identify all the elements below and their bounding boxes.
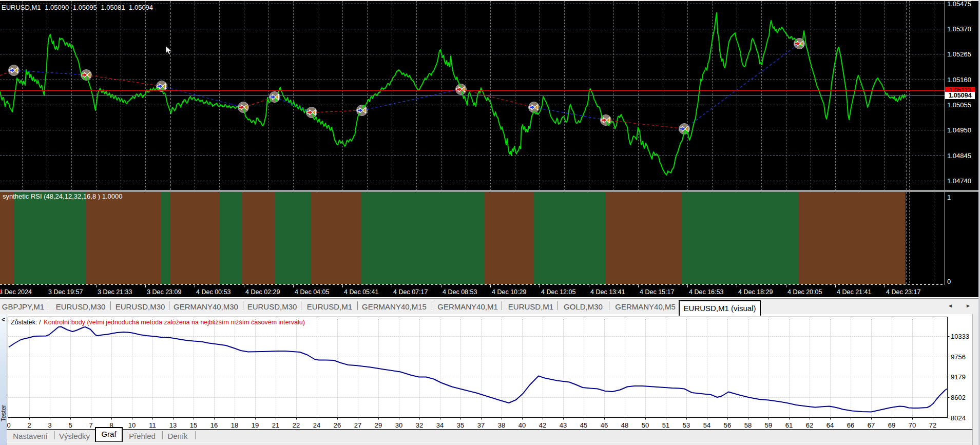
- time-axis-label: 4 Dec 15:17: [640, 288, 674, 296]
- chart-tab[interactable]: GERMANY40,M15: [362, 302, 427, 311]
- time-axis-label: 3 Dec 19:57: [48, 288, 83, 296]
- window-top-edge: [0, 0, 980, 1]
- tester-tab[interactable]: Výsledky: [59, 432, 90, 440]
- time-axis-label: 4 Dec 12:05: [541, 288, 575, 296]
- trade-axis-label: 5: [68, 421, 72, 429]
- trade-axis-label: 46: [601, 421, 608, 429]
- chart-tab[interactable]: EURUSD,M1: [307, 302, 352, 311]
- tab-scroll-right-icon[interactable]: ►: [966, 303, 971, 308]
- time-axis-tick: [786, 285, 786, 287]
- chart-tab-separator: [609, 301, 609, 310]
- trade-axis-label: 3: [48, 421, 51, 429]
- trade-axis-label: 38: [498, 421, 505, 429]
- chart-tab[interactable]: EURUSD,M30: [116, 302, 165, 311]
- trade-axis-label: 70: [909, 421, 916, 429]
- trade-axis-label: 51: [662, 421, 669, 429]
- chart-tab[interactable]: GERMANY40,M1: [437, 302, 498, 311]
- price-chart-canvas[interactable]: [0, 0, 980, 298]
- tester-tab-separator: [54, 431, 55, 439]
- balance-axis-label: 10333: [951, 333, 969, 340]
- pane-separator-bottom[interactable]: [0, 191, 980, 192]
- trade-axis-label: 64: [827, 421, 834, 429]
- trade-axis-label: 8: [109, 421, 113, 429]
- chart-tab[interactable]: GERMANY40,M5: [615, 302, 676, 311]
- tester-tab-bar: NastaveníVýsledkyGrafPřehledDeník: [7, 430, 972, 442]
- time-axis-tick: [195, 285, 195, 287]
- time-axis-tick: [293, 285, 294, 287]
- tester-panel: < Tester Zůstatek: /Kontrolní body (velm…: [0, 314, 980, 445]
- chart-tab[interactable]: EURUSD,M30: [247, 302, 297, 311]
- chart-tab-active[interactable]: EURUSD,M1 (visual): [679, 300, 761, 316]
- rsi-band-pos: [681, 192, 799, 284]
- rsi-band-neg: [242, 192, 275, 284]
- price-axis-label: 1.04950: [947, 126, 971, 134]
- rsi-band-neg: [311, 192, 361, 284]
- chart-tab[interactable]: GERMANY40,M30: [174, 302, 238, 311]
- price-axis-label: 1.05055: [947, 101, 971, 108]
- chart-tab[interactable]: GBPJPY,M1: [2, 302, 44, 311]
- trade-axis-label: 18: [231, 421, 238, 429]
- tester-tab[interactable]: Přehled: [129, 432, 156, 440]
- balance-axis-label: 9179: [951, 373, 966, 381]
- trade-axis-label: 54: [703, 421, 710, 429]
- time-axis-label: 4 Dec 08:53: [443, 288, 477, 296]
- indicator-scale-bottom: 0: [947, 278, 951, 285]
- time-axis-tick: [441, 285, 441, 287]
- time-axis-tick: [638, 285, 639, 287]
- tester-tab[interactable]: Deník: [167, 432, 187, 440]
- time-axis-label: 4 Dec 13:41: [590, 288, 625, 296]
- time-axis-label: 4 Dec 20:05: [787, 288, 822, 296]
- chart-tab-separator: [502, 301, 502, 310]
- balance-axis-label: 9756: [951, 353, 966, 360]
- pane-separator-top[interactable]: [0, 190, 980, 191]
- chart-tab-separator: [357, 301, 358, 310]
- tester-tab[interactable]: Nastavení: [13, 432, 48, 440]
- trade-axis-label: 61: [785, 421, 793, 429]
- chart-tab-separator: [243, 301, 243, 310]
- trade-axis-label: 7: [89, 421, 92, 429]
- trade-axis-label: 40: [518, 421, 526, 429]
- tester-tab-active[interactable]: Graf: [95, 427, 123, 442]
- model-description-label: Kontrolní body (velmi jednoduchá metoda …: [44, 319, 305, 326]
- time-axis-label: 3 Dec 2024: [0, 288, 32, 296]
- chart-tab-separator: [432, 301, 432, 310]
- time-axis-label: 4 Dec 10:29: [492, 288, 526, 296]
- bid-badge-value: 1.05094: [945, 92, 975, 99]
- chart-symbol-period: EURUSD,M1: [2, 4, 41, 11]
- indicator-label: synthetic RSI (48,24,12,32,16,8 ) 1.0000: [3, 192, 122, 200]
- chart-tab-bar: GBPJPY,M1EURUSD,M30EURUSD,M30GERMANY40,M…: [0, 299, 980, 314]
- mt4-terminal-window: EURUSD,M1 1.05090 1.05095 1.05081 1.0509…: [0, 0, 980, 445]
- price-axis-label: 1.05370: [947, 25, 971, 32]
- chart-tab[interactable]: EURUSD,M1: [508, 302, 553, 311]
- chart-info-line: EURUSD,M1 1.05090 1.05095 1.05081 1.0509…: [2, 4, 155, 11]
- trade-axis-label: 59: [765, 421, 772, 429]
- trade-axis-label: 29: [375, 421, 382, 429]
- time-axis-tick: [835, 285, 836, 287]
- time-axis-tick: [687, 285, 688, 287]
- time-axis-tick: [47, 285, 47, 287]
- trade-axis-label: 56: [724, 421, 731, 429]
- trade-axis-label: 66: [847, 421, 854, 429]
- rsi-band-neg: [86, 192, 161, 284]
- ask-badge-value: 1.05113: [945, 87, 975, 92]
- chart-tab[interactable]: EURUSD,M30: [56, 302, 106, 311]
- time-axis-label: 4 Dec 21:41: [837, 288, 871, 296]
- time-axis-label: 3 Dec 23:09: [147, 288, 181, 296]
- tab-scroll-left-icon[interactable]: ◄: [948, 303, 953, 308]
- chart-tab-separator: [169, 301, 169, 310]
- trade-axis-label: 58: [744, 421, 752, 429]
- time-axis-tick: [244, 285, 244, 287]
- time-axis-label: 4 Dec 16:53: [689, 288, 723, 296]
- trade-axis-label: 13: [169, 421, 177, 429]
- chart-tab[interactable]: GOLD,M30: [564, 302, 603, 311]
- trade-axis-label: 42: [539, 421, 546, 429]
- chart-tab-active-label: EURUSD,M1 (visual): [680, 304, 760, 313]
- trade-axis-label: 2: [27, 421, 31, 429]
- balance-axis-label: 8602: [951, 393, 966, 401]
- tester-bottom-highlight: [7, 442, 972, 442]
- balance-series-label: Zůstatek: /: [11, 319, 41, 326]
- trade-axis-label: 34: [436, 421, 444, 429]
- chart-close-value: 1.05094: [129, 4, 153, 11]
- chart-open-value: 1.05090: [45, 4, 69, 11]
- trade-axis-label: 37: [477, 421, 485, 429]
